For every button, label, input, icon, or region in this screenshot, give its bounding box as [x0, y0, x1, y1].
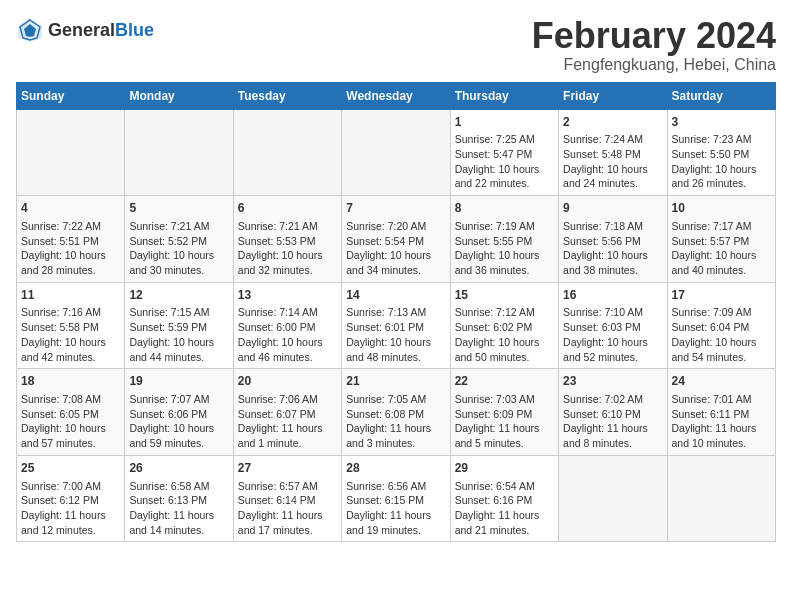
day-info: Sunrise: 7:10 AM Sunset: 6:03 PM Dayligh… [563, 306, 648, 362]
day-info: Sunrise: 7:03 AM Sunset: 6:09 PM Dayligh… [455, 393, 540, 449]
day-cell: 28Sunrise: 6:56 AM Sunset: 6:15 PM Dayli… [342, 455, 450, 542]
header: GeneralBlue February 2024 Fengfengkuang,… [16, 16, 776, 74]
day-info: Sunrise: 7:18 AM Sunset: 5:56 PM Dayligh… [563, 220, 648, 276]
logo-text: GeneralBlue [48, 20, 154, 41]
day-info: Sunrise: 7:09 AM Sunset: 6:04 PM Dayligh… [672, 306, 757, 362]
day-number: 17 [672, 287, 771, 304]
day-cell: 13Sunrise: 7:14 AM Sunset: 6:00 PM Dayli… [233, 282, 341, 369]
calendar-body: 1Sunrise: 7:25 AM Sunset: 5:47 PM Daylig… [17, 109, 776, 542]
day-info: Sunrise: 7:12 AM Sunset: 6:02 PM Dayligh… [455, 306, 540, 362]
day-cell: 6Sunrise: 7:21 AM Sunset: 5:53 PM Daylig… [233, 196, 341, 283]
day-cell: 24Sunrise: 7:01 AM Sunset: 6:11 PM Dayli… [667, 369, 775, 456]
day-number: 16 [563, 287, 662, 304]
day-number: 25 [21, 460, 120, 477]
day-info: Sunrise: 7:13 AM Sunset: 6:01 PM Dayligh… [346, 306, 431, 362]
weekday-header-friday: Friday [559, 82, 667, 109]
day-info: Sunrise: 7:07 AM Sunset: 6:06 PM Dayligh… [129, 393, 214, 449]
day-cell: 11Sunrise: 7:16 AM Sunset: 5:58 PM Dayli… [17, 282, 125, 369]
day-info: Sunrise: 7:08 AM Sunset: 6:05 PM Dayligh… [21, 393, 106, 449]
day-info: Sunrise: 6:57 AM Sunset: 6:14 PM Dayligh… [238, 480, 323, 536]
day-info: Sunrise: 7:21 AM Sunset: 5:52 PM Dayligh… [129, 220, 214, 276]
day-cell: 21Sunrise: 7:05 AM Sunset: 6:08 PM Dayli… [342, 369, 450, 456]
weekday-header-sunday: Sunday [17, 82, 125, 109]
logo: GeneralBlue [16, 16, 154, 44]
day-cell: 7Sunrise: 7:20 AM Sunset: 5:54 PM Daylig… [342, 196, 450, 283]
week-row-2: 4Sunrise: 7:22 AM Sunset: 5:51 PM Daylig… [17, 196, 776, 283]
logo-blue: Blue [115, 20, 154, 40]
day-cell: 26Sunrise: 6:58 AM Sunset: 6:13 PM Dayli… [125, 455, 233, 542]
week-row-1: 1Sunrise: 7:25 AM Sunset: 5:47 PM Daylig… [17, 109, 776, 196]
day-info: Sunrise: 6:54 AM Sunset: 6:16 PM Dayligh… [455, 480, 540, 536]
weekday-header-wednesday: Wednesday [342, 82, 450, 109]
day-cell [125, 109, 233, 196]
day-number: 27 [238, 460, 337, 477]
day-cell: 8Sunrise: 7:19 AM Sunset: 5:55 PM Daylig… [450, 196, 558, 283]
day-number: 23 [563, 373, 662, 390]
day-info: Sunrise: 7:02 AM Sunset: 6:10 PM Dayligh… [563, 393, 648, 449]
day-cell [342, 109, 450, 196]
day-cell: 22Sunrise: 7:03 AM Sunset: 6:09 PM Dayli… [450, 369, 558, 456]
day-cell [17, 109, 125, 196]
day-number: 4 [21, 200, 120, 217]
day-number: 1 [455, 114, 554, 131]
day-number: 15 [455, 287, 554, 304]
week-row-3: 11Sunrise: 7:16 AM Sunset: 5:58 PM Dayli… [17, 282, 776, 369]
day-number: 19 [129, 373, 228, 390]
day-info: Sunrise: 7:25 AM Sunset: 5:47 PM Dayligh… [455, 133, 540, 189]
day-cell: 15Sunrise: 7:12 AM Sunset: 6:02 PM Dayli… [450, 282, 558, 369]
day-info: Sunrise: 7:22 AM Sunset: 5:51 PM Dayligh… [21, 220, 106, 276]
day-info: Sunrise: 7:23 AM Sunset: 5:50 PM Dayligh… [672, 133, 757, 189]
day-cell: 5Sunrise: 7:21 AM Sunset: 5:52 PM Daylig… [125, 196, 233, 283]
day-number: 3 [672, 114, 771, 131]
day-number: 13 [238, 287, 337, 304]
weekday-row: SundayMondayTuesdayWednesdayThursdayFrid… [17, 82, 776, 109]
day-cell: 20Sunrise: 7:06 AM Sunset: 6:07 PM Dayli… [233, 369, 341, 456]
day-info: Sunrise: 7:14 AM Sunset: 6:00 PM Dayligh… [238, 306, 323, 362]
day-number: 18 [21, 373, 120, 390]
day-cell: 18Sunrise: 7:08 AM Sunset: 6:05 PM Dayli… [17, 369, 125, 456]
day-number: 10 [672, 200, 771, 217]
day-cell: 17Sunrise: 7:09 AM Sunset: 6:04 PM Dayli… [667, 282, 775, 369]
day-cell: 1Sunrise: 7:25 AM Sunset: 5:47 PM Daylig… [450, 109, 558, 196]
weekday-header-thursday: Thursday [450, 82, 558, 109]
day-cell: 4Sunrise: 7:22 AM Sunset: 5:51 PM Daylig… [17, 196, 125, 283]
day-cell: 14Sunrise: 7:13 AM Sunset: 6:01 PM Dayli… [342, 282, 450, 369]
day-number: 6 [238, 200, 337, 217]
day-cell: 10Sunrise: 7:17 AM Sunset: 5:57 PM Dayli… [667, 196, 775, 283]
day-cell: 23Sunrise: 7:02 AM Sunset: 6:10 PM Dayli… [559, 369, 667, 456]
day-cell: 16Sunrise: 7:10 AM Sunset: 6:03 PM Dayli… [559, 282, 667, 369]
day-number: 14 [346, 287, 445, 304]
day-number: 22 [455, 373, 554, 390]
day-cell: 12Sunrise: 7:15 AM Sunset: 5:59 PM Dayli… [125, 282, 233, 369]
main-title: February 2024 [532, 16, 776, 56]
day-number: 24 [672, 373, 771, 390]
day-info: Sunrise: 7:17 AM Sunset: 5:57 PM Dayligh… [672, 220, 757, 276]
day-info: Sunrise: 7:00 AM Sunset: 6:12 PM Dayligh… [21, 480, 106, 536]
day-info: Sunrise: 6:58 AM Sunset: 6:13 PM Dayligh… [129, 480, 214, 536]
day-info: Sunrise: 7:21 AM Sunset: 5:53 PM Dayligh… [238, 220, 323, 276]
day-info: Sunrise: 6:56 AM Sunset: 6:15 PM Dayligh… [346, 480, 431, 536]
logo-general: General [48, 20, 115, 40]
day-number: 28 [346, 460, 445, 477]
day-info: Sunrise: 7:06 AM Sunset: 6:07 PM Dayligh… [238, 393, 323, 449]
day-number: 8 [455, 200, 554, 217]
day-cell: 9Sunrise: 7:18 AM Sunset: 5:56 PM Daylig… [559, 196, 667, 283]
day-number: 29 [455, 460, 554, 477]
day-info: Sunrise: 7:01 AM Sunset: 6:11 PM Dayligh… [672, 393, 757, 449]
day-info: Sunrise: 7:24 AM Sunset: 5:48 PM Dayligh… [563, 133, 648, 189]
subtitle: Fengfengkuang, Hebei, China [532, 56, 776, 74]
day-info: Sunrise: 7:20 AM Sunset: 5:54 PM Dayligh… [346, 220, 431, 276]
weekday-header-saturday: Saturday [667, 82, 775, 109]
day-number: 26 [129, 460, 228, 477]
day-info: Sunrise: 7:15 AM Sunset: 5:59 PM Dayligh… [129, 306, 214, 362]
day-number: 7 [346, 200, 445, 217]
day-number: 5 [129, 200, 228, 217]
day-number: 9 [563, 200, 662, 217]
day-number: 20 [238, 373, 337, 390]
weekday-header-tuesday: Tuesday [233, 82, 341, 109]
day-cell [667, 455, 775, 542]
day-number: 12 [129, 287, 228, 304]
day-number: 2 [563, 114, 662, 131]
day-cell: 19Sunrise: 7:07 AM Sunset: 6:06 PM Dayli… [125, 369, 233, 456]
day-info: Sunrise: 7:16 AM Sunset: 5:58 PM Dayligh… [21, 306, 106, 362]
